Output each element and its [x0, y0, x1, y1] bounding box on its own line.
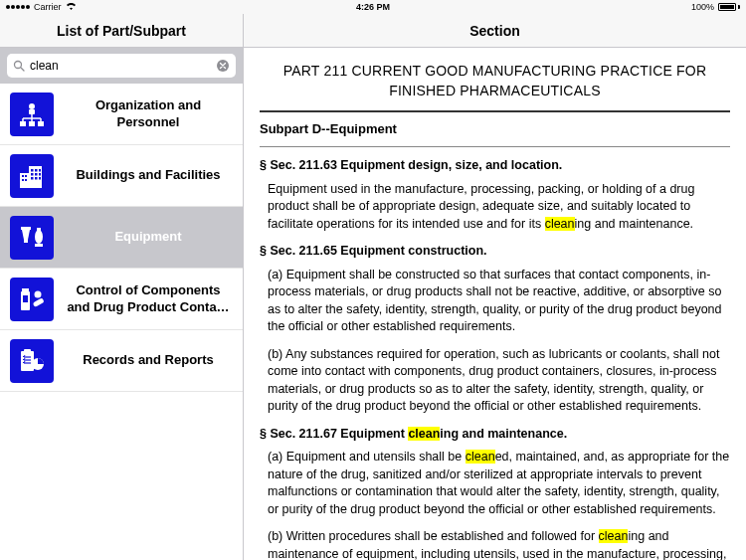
sidebar-list: Organization and PersonnelBuildings and …: [0, 84, 243, 560]
svg-rect-33: [22, 288, 29, 291]
carrier-label: Carrier: [34, 2, 62, 12]
svg-rect-29: [24, 240, 28, 243]
svg-rect-20: [35, 169, 38, 172]
svg-rect-32: [35, 244, 43, 247]
sidebar-item-org[interactable]: Organization and Personnel: [0, 84, 243, 145]
clear-search-icon[interactable]: [216, 59, 230, 73]
section-paragraph: (a) Equipment shall be constructed so th…: [268, 267, 730, 336]
svg-rect-12: [38, 121, 44, 126]
building-icon: [10, 154, 54, 198]
svg-rect-27: [39, 177, 41, 180]
records-icon: [10, 339, 54, 383]
battery-icon: [718, 3, 740, 11]
sidebar-item-label: Buildings and Facilities: [64, 167, 233, 183]
svg-rect-38: [21, 351, 34, 371]
sidebar-item-building[interactable]: Buildings and Facilities: [0, 145, 243, 207]
drug-icon: [10, 278, 54, 321]
navbar: List of Part/Subpart Section: [0, 14, 746, 48]
svg-rect-10: [20, 121, 26, 126]
battery-pct-label: 100%: [691, 2, 714, 12]
svg-rect-22: [31, 173, 34, 176]
org-icon: [10, 93, 54, 136]
section-heading: § Sec. 211.67 Equipment cleaning and mai…: [260, 426, 730, 444]
wifi-icon: [66, 2, 77, 12]
svg-rect-15: [22, 175, 24, 177]
svg-rect-4: [29, 109, 35, 114]
status-bar: Carrier 4:26 PM 100%: [0, 0, 746, 14]
sidebar-item-records[interactable]: Records and Reports: [0, 330, 243, 392]
section-paragraph: (b) Any substances required for operatio…: [268, 346, 730, 416]
sidebar: Organization and PersonnelBuildings and …: [0, 48, 244, 560]
sidebar-item-label: Control of Components and Drug Product C…: [64, 282, 233, 315]
svg-rect-18: [25, 179, 27, 181]
svg-rect-19: [31, 169, 34, 172]
section-paragraph: Equipment used in the manufacture, proce…: [268, 181, 730, 234]
section-heading: § Sec. 211.63 Equipment design, size, an…: [260, 157, 730, 175]
svg-point-0: [15, 62, 22, 69]
sidebar-item-label: Records and Reports: [64, 352, 233, 368]
sidebar-item-label: Equipment: [64, 229, 233, 245]
svg-rect-39: [24, 349, 31, 353]
nav-right-title: Section: [244, 14, 746, 47]
search-bar: [0, 48, 243, 84]
equipment-icon: [10, 216, 54, 260]
svg-rect-21: [39, 169, 41, 172]
svg-rect-25: [31, 177, 34, 180]
svg-rect-37: [33, 297, 45, 307]
signal-dots-icon: [6, 5, 30, 9]
svg-rect-24: [39, 173, 41, 176]
svg-rect-23: [35, 173, 38, 176]
svg-rect-26: [35, 177, 38, 180]
section-paragraph: (a) Equipment and utensils shall be clea…: [268, 449, 730, 518]
svg-point-3: [29, 103, 35, 109]
svg-rect-35: [23, 295, 28, 302]
search-input[interactable]: [30, 54, 211, 78]
section-paragraph: (b) Written procedures shall be establis…: [268, 528, 730, 560]
title-rule: [260, 110, 730, 112]
nav-left-title: List of Part/Subpart: [0, 14, 244, 47]
section-heading: § Sec. 211.65 Equipment construction.: [260, 243, 730, 261]
svg-rect-28: [21, 227, 31, 230]
svg-point-36: [35, 290, 42, 297]
subpart-rule: [260, 146, 730, 147]
svg-rect-13: [20, 173, 29, 188]
sidebar-item-label: Organization and Personnel: [64, 97, 233, 130]
svg-line-1: [21, 68, 24, 71]
svg-rect-17: [22, 179, 24, 181]
clock-label: 4:26 PM: [356, 2, 390, 12]
svg-rect-31: [37, 228, 41, 231]
search-icon: [13, 60, 25, 72]
subpart-heading: Subpart D--Equipment: [260, 120, 730, 138]
content-pane[interactable]: PART 211 CURRENT GOOD MANUFACTURING PRAC…: [244, 48, 746, 560]
svg-rect-16: [25, 175, 27, 177]
doc-title: PART 211 CURRENT GOOD MANUFACTURING PRAC…: [260, 62, 730, 100]
sidebar-item-drug[interactable]: Control of Components and Drug Product C…: [0, 269, 243, 330]
sidebar-item-equipment[interactable]: Equipment: [0, 207, 243, 269]
svg-rect-11: [29, 121, 35, 126]
svg-point-30: [35, 230, 43, 244]
